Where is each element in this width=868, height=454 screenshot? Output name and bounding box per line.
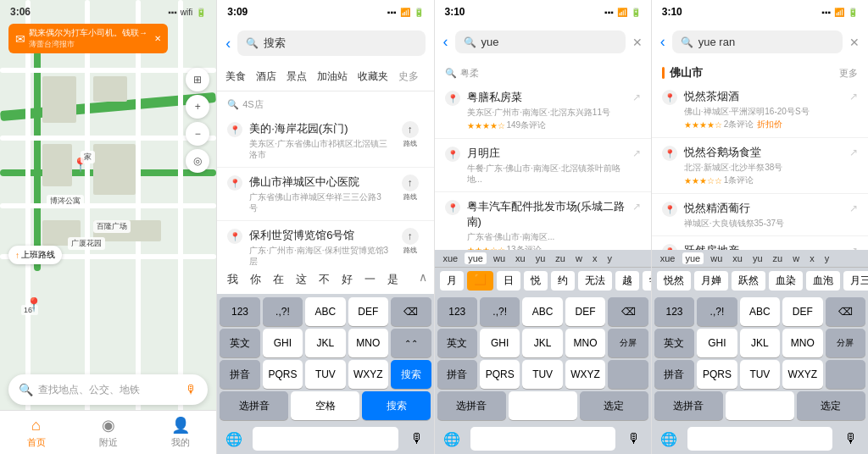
- cat-more[interactable]: 史多: [398, 68, 419, 86]
- search-field-3[interactable]: 🔍 yue: [455, 30, 626, 53]
- key-4-eng[interactable]: 英文: [654, 329, 694, 357]
- result-item-3-2[interactable]: 📍 月明庄 牛餐·广东·佛山市·南海区·北滘镇茶叶前咯地... ↗: [435, 139, 651, 192]
- key-jkl[interactable]: JKL: [305, 329, 345, 357]
- sug-4-0[interactable]: 悦然: [657, 271, 691, 291]
- key-4-confirm[interactable]: 选定: [797, 391, 865, 420]
- py-zu-4[interactable]: zu: [770, 252, 787, 264]
- sug-3-3[interactable]: 悦: [524, 271, 548, 291]
- tab-home[interactable]: ⌂ 首页: [0, 417, 72, 449]
- key-3-eng[interactable]: 英文: [437, 329, 477, 357]
- key-4-pqrs[interactable]: PQRS: [697, 360, 737, 389]
- key-3-pqrs[interactable]: PQRS: [480, 360, 520, 389]
- sug-3-4[interactable]: 约: [551, 271, 575, 291]
- key-abc[interactable]: ABC: [305, 297, 345, 326]
- py-w-4[interactable]: w: [789, 252, 803, 264]
- zoom-out-button[interactable]: −: [186, 122, 209, 146]
- key-search-btn[interactable]: 搜索: [391, 360, 431, 389]
- cat-gas[interactable]: 加油站: [317, 68, 348, 86]
- py-y-3[interactable]: y: [604, 252, 615, 264]
- key-3-space[interactable]: [509, 391, 577, 420]
- result-item-3[interactable]: 📍 保利世贸博览馆6号馆 广东·广州市·南海区·保利世贸博览馆3层 ↑ 路线: [217, 221, 433, 265]
- result-item-4-1[interactable]: 📍 悦然茶烟酒 佛山·禅城区·平洲深明16-20号S号 ★★★★☆ 2条评论 折…: [652, 82, 868, 138]
- py-wu-3[interactable]: wu: [490, 252, 509, 264]
- back-button-2[interactable]: ‹: [225, 35, 231, 53]
- result-item-3-3[interactable]: 📍 粤丰汽车配件批发市场(乐城二路南) 广东省·佛山市·南海区... ★★★☆☆…: [435, 192, 651, 250]
- quick-word-4[interactable]: 这: [292, 270, 310, 289]
- result-item-4-4[interactable]: 📍 跃然房地产 房产中介·南城区·祥祭路42号 ★★★☆☆ 1条评论 ↗: [652, 236, 868, 250]
- py-yue-3[interactable]: yue: [465, 252, 487, 264]
- voice-icon[interactable]: 🎙: [186, 383, 198, 396]
- key-mno[interactable]: MNO: [348, 329, 388, 357]
- key-wxyz[interactable]: WXYZ: [348, 360, 388, 389]
- key-shift[interactable]: ⌃⌃: [391, 329, 431, 357]
- key-tuv[interactable]: TUV: [305, 360, 345, 389]
- py-yue-4[interactable]: yue: [682, 252, 704, 264]
- key-pqrs[interactable]: PQRS: [263, 360, 303, 389]
- expand-icon[interactable]: ∧: [419, 270, 427, 289]
- quick-word-1[interactable]: 我: [224, 270, 242, 289]
- globe-icon-4[interactable]: 🌐: [652, 424, 686, 454]
- py-x-4[interactable]: x: [806, 252, 818, 264]
- map-search-bar[interactable]: 🔍 查找地点、公交、地铁 🎙: [8, 374, 208, 405]
- tab-nearby[interactable]: ◉ 附近: [72, 416, 144, 449]
- globe-icon-2[interactable]: 🌐: [217, 424, 251, 454]
- nav-btn-1[interactable]: ↑ 路线: [397, 121, 424, 148]
- sug-4-1[interactable]: 月婵: [694, 271, 728, 291]
- key-3-abc[interactable]: ABC: [522, 297, 562, 326]
- key-123[interactable]: 123: [220, 297, 259, 326]
- key-4-jkl[interactable]: JKL: [740, 329, 780, 357]
- sug-3-6[interactable]: 越: [615, 271, 639, 291]
- back-button-4[interactable]: ‹: [660, 33, 665, 51]
- key-3-ghi[interactable]: GHI: [480, 329, 520, 357]
- py-zu-3[interactable]: zu: [552, 252, 569, 264]
- key-4-abc[interactable]: ABC: [740, 297, 780, 326]
- result-item-4-2[interactable]: 📍 悦然谷鹅场食堂 北滘·新城区·北沙半祭38号 ★★★☆☆ 1条评论 ↗: [652, 138, 868, 194]
- py-w-3[interactable]: w: [572, 252, 586, 264]
- cat-food[interactable]: 美食: [225, 68, 246, 86]
- key-4-wxyz[interactable]: WXYZ: [782, 360, 822, 389]
- key-4-123[interactable]: 123: [654, 297, 694, 326]
- py-y-4[interactable]: y: [821, 252, 833, 264]
- result-item-2[interactable]: 📍 佛山市禅城区中心医院 广东省佛山市禅城区华祥三三公路3号 ↑ 路线: [217, 168, 433, 221]
- key-4-tuv[interactable]: TUV: [740, 360, 780, 389]
- key-3-split[interactable]: 分屏: [608, 329, 648, 357]
- key-4-def[interactable]: DEF: [782, 297, 822, 326]
- key-3-def[interactable]: DEF: [565, 297, 605, 326]
- key-3-wxyz[interactable]: WXYZ: [565, 360, 605, 389]
- key-select-pinyin[interactable]: 选拼音: [220, 391, 288, 420]
- sug-4-2[interactable]: 跃然: [732, 271, 765, 291]
- key-ghi[interactable]: GHI: [263, 329, 303, 357]
- city-more-foshan[interactable]: 更多: [839, 67, 858, 80]
- quick-word-2[interactable]: 你: [247, 270, 264, 289]
- key-3-tuv[interactable]: TUV: [522, 360, 562, 389]
- key-backspace[interactable]: ⌫: [391, 297, 431, 326]
- key-3-confirm[interactable]: 选定: [580, 391, 648, 420]
- sug-4-5[interactable]: 月三: [843, 271, 868, 291]
- key-3-punct[interactable]: .,?!: [480, 297, 520, 326]
- layers-button[interactable]: ⊞: [186, 68, 209, 91]
- key-4-split[interactable]: 分屏: [826, 329, 865, 357]
- cat-sight[interactable]: 景点: [287, 68, 307, 86]
- result-item-3-1[interactable]: 📍 粤膳私房菜 美东区·广州市·南海区·北滘东兴路11号 ★★★★☆ 149条评…: [435, 83, 651, 139]
- key-3-back[interactable]: ⌫: [608, 297, 648, 326]
- sug-3-1[interactable]: 🟧: [467, 271, 493, 291]
- py-x-3[interactable]: x: [589, 252, 601, 264]
- key-3-mno[interactable]: MNO: [565, 329, 605, 357]
- key-pinyin[interactable]: 拼音: [220, 360, 259, 389]
- globe-icon-3[interactable]: 🌐: [435, 424, 469, 454]
- quick-word-7[interactable]: 一: [361, 270, 379, 289]
- mic-icon-3[interactable]: 🎙: [617, 424, 651, 454]
- py-yu-4[interactable]: yu: [749, 252, 766, 264]
- py-xu-3[interactable]: xu: [512, 252, 529, 264]
- key-3-selectpy[interactable]: 选拼音: [437, 391, 506, 420]
- py-wu-4[interactable]: wu: [707, 252, 726, 264]
- sug-3-5[interactable]: 无法: [578, 271, 612, 291]
- key-confirm[interactable]: 搜索: [362, 391, 431, 420]
- quick-word-6[interactable]: 好: [338, 270, 356, 289]
- sug-3-2[interactable]: 日: [497, 271, 520, 291]
- back-button-3[interactable]: ‹: [443, 33, 448, 51]
- notification-banner[interactable]: ✉ 戳来偶尔为打车小司机。钱联→ 薄蕾台湾报市 ✕: [8, 24, 168, 53]
- key-4-punct[interactable]: .,?!: [697, 297, 737, 326]
- space-bar-2[interactable]: [253, 427, 398, 451]
- zoom-in-button[interactable]: +: [186, 95, 209, 119]
